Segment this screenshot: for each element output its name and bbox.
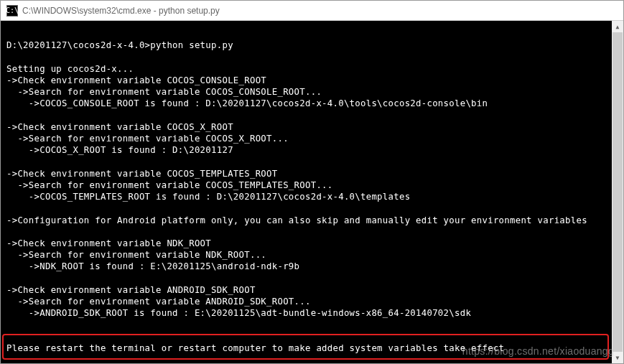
vertical-scrollbar[interactable]: ▲ ▼ [612,21,623,363]
window-title: C:\WINDOWS\system32\cmd.exe - python set… [22,6,618,16]
cmd-window: C:\ C:\WINDOWS\system32\cmd.exe - python… [0,0,624,364]
scroll-down-button[interactable]: ▼ [612,352,623,363]
window-titlebar[interactable]: C:\ C:\WINDOWS\system32\cmd.exe - python… [1,1,623,21]
scroll-up-button[interactable]: ▲ [612,21,623,32]
cmd-icon: C:\ [6,5,18,17]
scroll-thumb[interactable] [613,32,623,352]
scroll-track[interactable] [612,32,623,352]
terminal-output[interactable]: D:\20201127\cocos2d-x-4.0>python setup.p… [1,21,623,363]
